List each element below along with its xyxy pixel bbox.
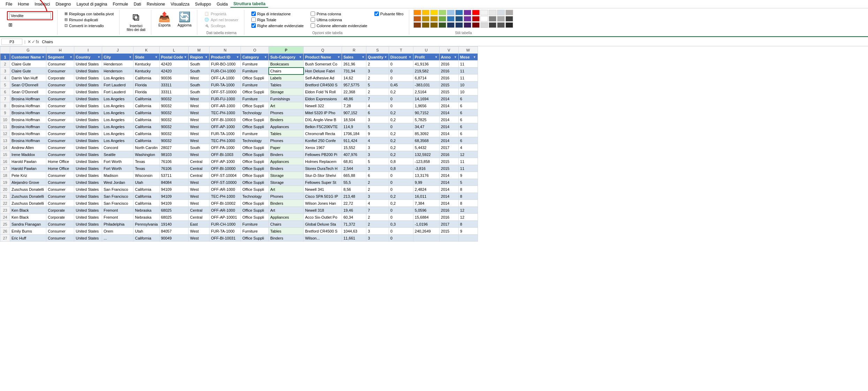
- style-swatch[interactable]: [447, 16, 455, 22]
- cell-I-11[interactable]: United States: [74, 123, 102, 130]
- th-sales[interactable]: Sales▼: [342, 54, 366, 61]
- convert-range-button[interactable]: ⊡ Converti in intervallo: [63, 23, 115, 28]
- menu-inserisci[interactable]: Inserisci: [32, 1, 53, 7]
- remove-duplicates-button[interactable]: ⊟ Rimuovi duplicati: [63, 17, 115, 22]
- cell-V-19[interactable]: 2014: [439, 179, 458, 186]
- cell-T-15[interactable]: 0,2: [389, 151, 413, 158]
- cell-Q-2[interactable]: Bush Somerset Co: [304, 61, 342, 68]
- cell-L-13[interactable]: 90032: [159, 137, 189, 144]
- cell-K-23[interactable]: Nebraska: [134, 207, 159, 214]
- cell-T-18[interactable]: 0: [389, 172, 413, 179]
- cell-U-23[interactable]: 5,0596: [413, 207, 439, 214]
- cell-K-18[interactable]: Wisconsin: [134, 172, 159, 179]
- style-swatch[interactable]: [480, 16, 488, 22]
- cell-W-3[interactable]: 11: [458, 68, 478, 75]
- menu-formule[interactable]: Formule: [110, 1, 131, 7]
- cell-W-24[interactable]: 12: [458, 214, 478, 221]
- style-swatch[interactable]: [413, 10, 421, 15]
- cell-Q-10[interactable]: DXL Angle-View B: [304, 116, 342, 123]
- menu-disegno[interactable]: Disegno: [53, 1, 74, 7]
- cell-Q-3[interactable]: Hon Deluxe Fabri: [304, 68, 342, 75]
- col-header-S[interactable]: S: [366, 47, 389, 54]
- cell-L-15[interactable]: 98103: [159, 151, 189, 158]
- cell-U-11[interactable]: 34,47: [413, 123, 439, 130]
- cell-G-21[interactable]: Zuschuss Donatelli: [10, 193, 46, 200]
- cell-G-4[interactable]: Darrin Van Huff: [10, 75, 46, 81]
- cell-H-26[interactable]: Consumer: [46, 228, 74, 235]
- cell-W-10[interactable]: 6: [458, 116, 478, 123]
- cell-H-16[interactable]: Home Office: [46, 158, 74, 165]
- cell-J-16[interactable]: Fort Worth: [102, 158, 134, 165]
- cell-G-5[interactable]: Sean O'Donnell: [10, 81, 46, 88]
- cell-G-3[interactable]: Claire Gute: [10, 68, 46, 75]
- cell-T-4[interactable]: 0: [389, 75, 413, 81]
- th-state[interactable]: State▼: [134, 54, 159, 61]
- cell-P-14[interactable]: Paper: [269, 144, 304, 151]
- cell-O-15[interactable]: Office Suppli: [241, 151, 269, 158]
- cell-Q-22[interactable]: Wilson Jones Han: [304, 200, 342, 207]
- col-header-N[interactable]: N: [210, 47, 241, 54]
- cell-R-11[interactable]: 114,9: [342, 123, 366, 130]
- col-header-J[interactable]: J: [102, 47, 134, 54]
- cell-H-8[interactable]: Consumer: [46, 102, 74, 109]
- cell-K-26[interactable]: Utah: [134, 228, 159, 235]
- cell-H-27[interactable]: Consumer: [46, 235, 74, 242]
- cell-M-9[interactable]: West: [189, 109, 210, 116]
- cell-O-24[interactable]: Office Suppli: [241, 214, 269, 221]
- cell-W-5[interactable]: 10: [458, 81, 478, 88]
- style-swatch[interactable]: [422, 22, 429, 28]
- col-header-Q[interactable]: Q: [304, 47, 342, 54]
- cell-G-2[interactable]: Claire Gute: [10, 61, 46, 68]
- col-header-H[interactable]: H: [46, 47, 74, 54]
- cell-K-9[interactable]: California: [134, 109, 159, 116]
- cell-I-6[interactable]: United States: [74, 88, 102, 95]
- style-swatch[interactable]: [439, 22, 446, 28]
- cell-P-20[interactable]: Art: [269, 186, 304, 193]
- cell-H-7[interactable]: Consumer: [46, 95, 74, 102]
- cell-M-10[interactable]: West: [189, 116, 210, 123]
- cell-N-8[interactable]: OFF-AR-1000: [210, 102, 241, 109]
- style-swatch[interactable]: [497, 10, 505, 15]
- style-swatch[interactable]: [439, 16, 446, 22]
- menu-home[interactable]: Home: [15, 1, 32, 7]
- cell-K-5[interactable]: Florida: [134, 81, 159, 88]
- cell-Q-27[interactable]: Wilson...: [304, 235, 342, 242]
- col-header-G[interactable]: G: [10, 47, 46, 54]
- cell-O-23[interactable]: Office Suppli: [241, 207, 269, 214]
- cell-G-23[interactable]: Ken Black: [10, 207, 46, 214]
- cell-V-24[interactable]: 2016: [439, 214, 458, 221]
- style-swatch[interactable]: [447, 22, 455, 28]
- style-swatch[interactable]: [489, 10, 496, 15]
- cell-V-11[interactable]: 2014: [439, 123, 458, 130]
- cell-Q-20[interactable]: Newell 341: [304, 186, 342, 193]
- pivot-table-button[interactable]: ⊞ Riepilogа con tabella pivot: [63, 11, 115, 16]
- cell-M-6[interactable]: South: [189, 88, 210, 95]
- style-swatch[interactable]: [422, 16, 429, 22]
- cell-Q-12[interactable]: Chromcraft Recta: [304, 130, 342, 137]
- cell-Q-11[interactable]: Belkin F5C206VTE: [304, 123, 342, 130]
- cell-H-19[interactable]: Consumer: [46, 179, 74, 186]
- cell-M-16[interactable]: Central: [189, 158, 210, 165]
- col-header-V[interactable]: V: [439, 47, 458, 54]
- cell-H-2[interactable]: Consumer: [46, 61, 74, 68]
- resize-table-button[interactable]: ⊞: [7, 21, 53, 28]
- cell-R-5[interactable]: 957,5775: [342, 81, 366, 88]
- cell-I-3[interactable]: United States: [74, 68, 102, 75]
- th-city[interactable]: City▼: [102, 54, 134, 61]
- cell-V-13[interactable]: 2014: [439, 137, 458, 144]
- cell-W-19[interactable]: 5: [458, 179, 478, 186]
- cell-O-17[interactable]: Office Suppli: [241, 165, 269, 172]
- menu-layout[interactable]: Layout di pagina: [74, 1, 110, 7]
- banded-cols-check[interactable]: [311, 23, 315, 28]
- cell-H-13[interactable]: Consumer: [46, 137, 74, 144]
- cell-L-20[interactable]: 94109: [159, 186, 189, 193]
- cell-V-22[interactable]: 2014: [439, 200, 458, 207]
- style-swatch[interactable]: [430, 16, 438, 22]
- col-header-P[interactable]: P: [269, 47, 304, 54]
- cell-K-27[interactable]: California: [134, 235, 159, 242]
- style-swatch[interactable]: [464, 10, 471, 15]
- cell-R-25[interactable]: 71,372: [342, 221, 366, 228]
- cell-N-9[interactable]: TEC-PH-1000: [210, 109, 241, 116]
- cell-P-21[interactable]: Phones: [269, 193, 304, 200]
- cell-H-20[interactable]: Consumer: [46, 186, 74, 193]
